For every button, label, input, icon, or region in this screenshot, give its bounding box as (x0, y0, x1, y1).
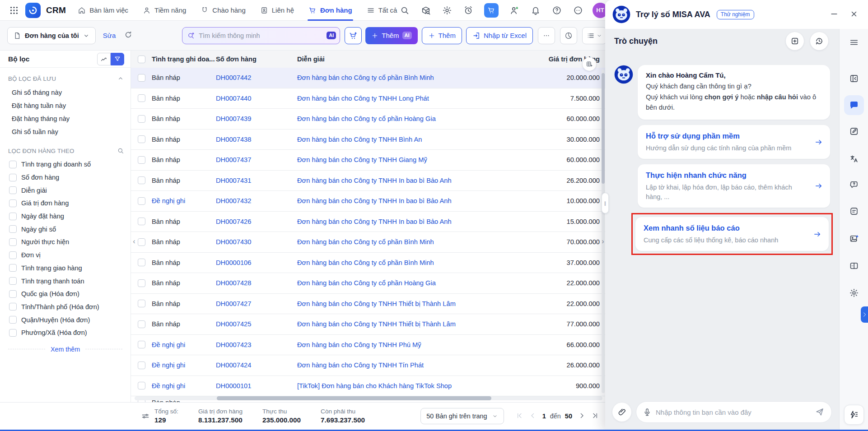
product-lookup-button[interactable] (420, 5, 431, 16)
description-link[interactable]: Đơn hàng bán cho Công ty TNHH Giang Mỹ (297, 156, 498, 163)
checkbox[interactable] (9, 290, 17, 298)
send-button[interactable] (814, 407, 825, 417)
add-ai-button[interactable]: Thêm AI (365, 27, 417, 44)
table-row[interactable]: Đề nghị ghiDH0007424Đơn hàng bán cho Côn… (131, 355, 606, 376)
checkbox[interactable] (9, 264, 17, 272)
filter-field-item[interactable]: Tình trạng giao hàng (8, 262, 124, 275)
row-checkbox[interactable] (138, 197, 145, 205)
next-page-button[interactable] (576, 411, 587, 422)
checkbox[interactable] (9, 174, 17, 181)
order-number-link[interactable]: DH0007430 (216, 238, 297, 246)
row-checkbox[interactable] (138, 382, 145, 389)
order-number-link[interactable]: DH0007428 (216, 279, 297, 287)
row-checkbox[interactable] (138, 74, 145, 82)
chat-history-button[interactable] (810, 32, 828, 50)
order-number-link[interactable]: DH0007439 (216, 115, 297, 122)
filter-field-item[interactable]: Giá trị đơn hàng (8, 197, 124, 210)
row-checkbox[interactable] (138, 135, 145, 143)
add-column-button[interactable] (583, 57, 596, 71)
saved-filter-item[interactable]: Ghi sổ tháng này (8, 86, 124, 99)
vertical-scrollbar-thumb[interactable] (602, 73, 605, 184)
microphone-icon[interactable] (643, 408, 652, 417)
table-row[interactable]: Đề nghị ghiDH0007432Đơn hàng bán cho Côn… (131, 191, 606, 212)
panel-expand-tab[interactable] (861, 306, 868, 323)
new-chat-button[interactable] (786, 32, 804, 50)
checkbox[interactable] (9, 213, 17, 220)
description-link[interactable]: Đơn hàng bán cho Công ty TNHH Long Phát (297, 95, 498, 102)
row-checkbox[interactable] (138, 361, 145, 369)
order-number-link[interactable]: DH0007437 (216, 156, 297, 163)
filter-field-item[interactable]: Người thực hiện (8, 236, 124, 249)
nav-ban-lam-viec[interactable]: Bàn làm việc (78, 0, 128, 21)
panel-resize-handle[interactable]: ∥ (602, 193, 609, 213)
select-all-checkbox[interactable] (138, 56, 145, 63)
order-number-link[interactable]: DH0007427 (216, 300, 297, 307)
filter-mode-button[interactable] (111, 53, 124, 65)
filter-field-item[interactable]: Ngày ghi sổ (8, 222, 124, 236)
description-link[interactable]: Đơn hàng bán cho Công ty cổ phần Bình Mi… (297, 238, 498, 246)
first-page-button[interactable] (514, 411, 525, 422)
help-button[interactable] (551, 5, 562, 16)
order-number-link[interactable]: DH0007431 (216, 177, 297, 184)
filter-field-item[interactable]: Phường/Xã (Hóa đơn) (8, 326, 124, 339)
filter-field-item[interactable]: Tỉnh/Thành phố (Hóa đơn) (8, 301, 124, 314)
chevron-up-icon[interactable] (117, 75, 124, 82)
checkbox[interactable] (9, 316, 17, 324)
reminder-button[interactable] (463, 5, 474, 16)
checkbox[interactable] (9, 251, 17, 259)
column-header-value[interactable]: Giá trị đơn hàng (498, 56, 606, 63)
order-number-link[interactable]: DH0007442 (216, 74, 297, 81)
table-row[interactable]: Bản nhápDH0007438Đơn hàng bán cho Công t… (131, 130, 606, 150)
description-link[interactable]: Đơn hàng bán cho Công ty cổ phần Bình Mi… (297, 259, 498, 266)
search-icon[interactable] (117, 147, 124, 154)
table-row[interactable]: Đề nghị ghiDH0000101[TikTok] Đơn hàng bá… (131, 376, 606, 397)
chart-mode-button[interactable] (97, 53, 111, 65)
import-excel-button[interactable]: Nhập từ Excel (466, 27, 533, 44)
filter-field-item[interactable]: Số đơn hàng (8, 171, 124, 184)
table-row[interactable]: Bản nhápDH0000106Đơn hàng bán cho Công t… (131, 253, 606, 273)
checkbox[interactable] (9, 186, 17, 194)
filter-field-item[interactable]: Tình trạng ghi doanh số (8, 158, 124, 171)
nav-tat-ca[interactable]: Tất cả (367, 0, 397, 21)
row-checkbox[interactable] (138, 156, 145, 164)
description-link[interactable]: Đơn hàng bán cho Công ty TNHH Tín Phát (297, 361, 498, 369)
order-number-link[interactable]: DH0007424 (216, 361, 297, 369)
description-link[interactable]: Đơn hàng bán cho Công ty TNHH Thiết bị T… (297, 300, 498, 307)
ava-tab-settings[interactable] (849, 288, 859, 299)
add-button[interactable]: Thêm (422, 27, 462, 44)
last-page-button[interactable] (590, 411, 601, 422)
checkbox[interactable] (9, 329, 17, 337)
table-row[interactable]: Bản nhápDH0007439Đơn hàng bán cho Công t… (131, 109, 606, 130)
refresh-button[interactable] (123, 30, 134, 41)
notifications-button[interactable] (530, 5, 541, 16)
table-row[interactable]: Bản nhápDH0007427Đơn hàng bán cho Công t… (131, 294, 606, 315)
filter-field-item[interactable]: Đơn vị (8, 249, 124, 262)
ava-tab-compose[interactable] (849, 126, 859, 137)
ava-tab-chat[interactable] (844, 95, 864, 115)
table-row[interactable]: Bản nhápDH0007442Đơn hàng bán cho Công t… (131, 68, 606, 88)
list-settings-button[interactable] (582, 27, 607, 44)
row-checkbox[interactable] (138, 115, 145, 123)
quick-actions-button[interactable] (844, 405, 864, 425)
page-size-selector[interactable]: 50 Bản ghi trên trang (420, 408, 504, 424)
column-header-description[interactable]: Diễn giải (297, 56, 498, 63)
minimize-button[interactable] (829, 9, 839, 19)
table-row[interactable]: Bản nhápDH0007430Đơn hàng bán cho Công t… (131, 232, 606, 253)
filter-field-item[interactable]: Tình trạng thanh toán (8, 274, 124, 287)
saved-filter-item[interactable]: Đặt hàng tuần này (8, 99, 124, 112)
row-checkbox[interactable] (138, 300, 145, 307)
checkbox[interactable] (9, 277, 17, 285)
nav-don-hang[interactable]: Đơn hàng (308, 0, 352, 21)
table-row[interactable]: Bản nhápDH0007426Đơn hàng bán cho Công t… (131, 212, 606, 232)
table-row[interactable]: Đề nghị ghiDH0007423Đơn hàng bán cho Côn… (131, 335, 606, 356)
checkbox[interactable] (9, 199, 17, 207)
suggestion-card[interactable]: Xem nhanh số liệu báo cáoCung cấp các số… (635, 217, 829, 251)
scroll-columns-left-button[interactable]: ‹ (131, 237, 137, 246)
filter-field-item[interactable]: Ngày đặt hàng (8, 210, 124, 223)
add-user-button[interactable] (509, 5, 520, 16)
description-link[interactable]: Đơn hàng bán cho Công ty cổ phần Hoàng G… (297, 279, 498, 287)
horizontal-scrollbar-thumb[interactable] (217, 396, 491, 400)
ava-collapse-button[interactable] (849, 74, 859, 84)
column-header-status[interactable]: Tình trạng ghi doa... (152, 56, 216, 63)
order-number-link[interactable]: DH0007426 (216, 218, 297, 225)
